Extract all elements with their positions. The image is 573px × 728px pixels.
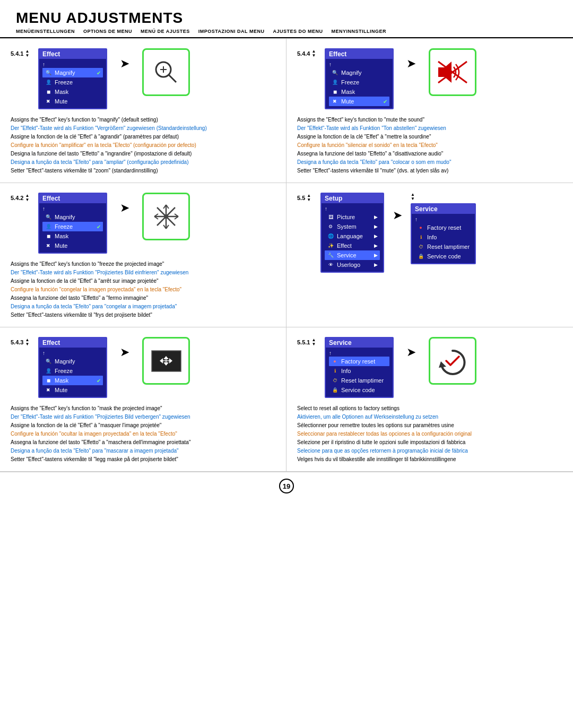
setup-item-userlogo[interactable]: 👁 Userlogo ▶	[325, 260, 380, 270]
desc-pt: Designa a função da tecla "Efeito" para …	[297, 158, 562, 167]
arrow-icon: ▶	[374, 214, 378, 220]
menu-back: ↑	[415, 216, 472, 223]
menu-item-mask[interactable]: ◼ Mask	[42, 231, 103, 241]
desc-it: Designa la funzione del tasto "Effetto" …	[11, 150, 275, 158]
setup-item-effect[interactable]: ✨ Effect ▶	[325, 241, 380, 250]
service-item-reset-lamptimer[interactable]: ⏱ Reset lamptimer	[415, 242, 472, 252]
menu-item-freeze[interactable]: 👤 Freeze ✔	[42, 222, 103, 231]
service-item-factory-reset[interactable]: ● Factory reset	[415, 223, 472, 232]
service-item-service-code[interactable]: 🔒 Service code	[415, 252, 472, 261]
factory-reset-icon: ●	[331, 358, 338, 365]
desc-fr: Assigne la fonction de la clé "Effet" à …	[11, 277, 275, 285]
system-icon: ⚙	[327, 223, 334, 230]
menu-item-magnify[interactable]: 🔍 Magnify	[42, 212, 103, 222]
arrow-icon: ▶	[374, 233, 378, 239]
svg-rect-4	[438, 67, 445, 77]
setup-item-service[interactable]: 🔧 Service ▶	[325, 250, 380, 260]
menu-item-magnify[interactable]: 🔍 Magnify ✔	[42, 68, 103, 77]
menu-back: ↑	[325, 205, 380, 212]
service-icon: 🔧	[327, 252, 334, 259]
desc-es: Configure la función "amplificar" en la …	[11, 141, 275, 150]
menu-item-freeze[interactable]: 👤 Freeze	[42, 77, 103, 87]
result-box-reset	[429, 337, 476, 385]
section-number: 5.4.2	[11, 195, 23, 201]
desc-fr: Sélectionner pour remettre toutes les op…	[297, 421, 562, 430]
menu-item-label: Picture	[337, 214, 355, 220]
service-item-service-code[interactable]: 🔒 Service code	[329, 385, 389, 395]
menu-item-label: Mute	[341, 98, 354, 105]
desc-en: Select to reset all options to factory s…	[297, 404, 562, 413]
arrow-right-5-4-4: ➤	[402, 57, 420, 71]
service-item-info[interactable]: ℹ Info	[415, 232, 472, 242]
freeze-result-icon	[152, 202, 181, 231]
up-down-arrows: ▲▼	[311, 338, 316, 346]
setup-item-language[interactable]: 🌐 Language ▶	[325, 231, 380, 241]
section-top-5-4-4: 5.4.4 ▲▼ Effect ↑ 🔍 Magnify 👤 Freeze ◼ M…	[297, 48, 562, 109]
desc-it: Selezione per il ripristino di tutte le …	[297, 438, 562, 447]
menu-item-mask[interactable]: ◼ Mask ✔	[42, 376, 103, 385]
up-down-arrows: ▲▼	[25, 194, 29, 202]
mask-result-icon	[149, 346, 184, 376]
service-title: Service	[326, 338, 393, 348]
desc-pt: Designa a função da tecla "Efeito" para …	[11, 302, 275, 311]
up-down-arrows: ▲▼	[311, 49, 316, 58]
section-5-5-1: 5.5.1 ▲▼ Service ↑ ● Factory reset ℹ Inf…	[286, 327, 573, 472]
menu-item-mask[interactable]: ◼ Mask	[42, 87, 103, 97]
menu-back: ↑	[42, 61, 103, 68]
mute-icon-menu: ✖	[331, 98, 338, 105]
mask-icon-menu: ◼	[45, 377, 52, 384]
desc-no: Setter "Effect"-tastens virkemåte til "m…	[297, 167, 562, 175]
desc-de: Der "Effekt"-Taste wird als Funktion "To…	[297, 124, 562, 133]
menu-item-magnify[interactable]: 🔍 Magnify	[42, 357, 103, 366]
picture-icon: 🖼	[327, 213, 334, 221]
descriptions-5-4-1: Assigns the "Effect" key's function to "…	[11, 116, 275, 175]
menu-item-mute[interactable]: ✖ Mute	[42, 241, 103, 250]
up-down-arrows: ▲▼	[25, 49, 29, 58]
setup-item-system[interactable]: ⚙ System ▶	[325, 222, 380, 231]
menu-item-mute[interactable]: ✖ Mute ✔	[329, 97, 389, 106]
desc-es: Configure la función "silenciar el sonid…	[297, 141, 562, 150]
menu-item-label: Mute	[55, 98, 67, 105]
service-item-reset-lamptimer[interactable]: ⏱ Reset lamptimer	[329, 376, 389, 385]
menu-item-mask[interactable]: ◼ Mask	[329, 87, 389, 97]
menu-item-freeze[interactable]: 👤 Freeze	[329, 77, 389, 87]
descriptions-5-4-3: Assigns the "Effect" key's function to "…	[11, 404, 275, 464]
menu-item-mute[interactable]: ✖ Mute	[42, 385, 103, 395]
menu-item-label: System	[337, 223, 357, 230]
effect-menu-title: Effect	[39, 194, 106, 203]
desc-pt: Selecione para que as opções retornem à …	[297, 447, 562, 455]
section-top-5-4-1: 5.4.1 ▲▼ Effect ↑ 🔍 Magnify ✔ 👤 Freeze ◼…	[11, 48, 275, 109]
section-label-5-5: 5.5 ▲▼	[297, 193, 316, 202]
magnify-icon: 🔍	[45, 358, 52, 365]
section-number: 5.4.1	[11, 50, 23, 57]
menu-item-freeze[interactable]: 👤 Freeze	[42, 366, 103, 376]
desc-de: Der "Effekt"-Taste wird als Funktion "Pr…	[11, 413, 275, 421]
service-menu: Service ↑ ● Factory reset ℹ Info ⏱ Reset…	[411, 203, 476, 264]
setup-item-picture[interactable]: 🖼 Picture ▶	[325, 212, 380, 222]
subtitle-2: OPTIONS DE MENU	[83, 29, 132, 34]
service-item-info[interactable]: ℹ Info	[329, 366, 389, 376]
desc-fr: Assigne la fonction de la clé "Effet" à …	[11, 421, 275, 430]
subtitle-4: IMPOSTAZIONI DAL MENU	[198, 29, 265, 34]
section-top-5-4-2: 5.4.2 ▲▼ Effect ↑ 🔍 Magnify 👤 Freeze ✔ ◼…	[11, 193, 275, 254]
desc-fr: Assigne la fonction de la clé "Effet" à …	[297, 133, 562, 141]
page-header: MENU ADJUSTMENTS MENÜEINSTELLUNGEN OPTIO…	[0, 0, 573, 38]
section-number: 5.4.4	[297, 50, 310, 57]
desc-no: Setter "Effect"-tastens virkemåte til "z…	[11, 167, 275, 175]
desc-it: Assegna la funzione del tasto "Effetto" …	[11, 438, 275, 447]
up-down-arrows: ▲▼	[307, 194, 311, 202]
menu-item-label: Service	[337, 252, 357, 258]
arrow-icon: ▶	[374, 243, 378, 248]
menu-item-label: Service code	[341, 387, 375, 393]
subtitle-5: AJUSTES DO MENU	[273, 29, 323, 34]
up-down-service: ▲▼	[411, 193, 415, 201]
service-item-factory-reset[interactable]: ● Factory reset	[329, 357, 389, 366]
menu-item-mute[interactable]: ✖ Mute	[42, 97, 103, 106]
menu-item-magnify[interactable]: 🔍 Magnify	[329, 68, 389, 77]
menu-item-label: Factory reset	[427, 224, 461, 231]
arrow-right-5-5: ➤	[388, 209, 406, 222]
menu-item-label: Freeze	[341, 79, 359, 85]
service-menu-5-5-1: Service ↑ ● Factory reset ℹ Info ⏱ Reset…	[325, 337, 394, 398]
menu-item-label: Service code	[427, 253, 461, 259]
menu-item-label: Factory reset	[341, 358, 375, 365]
